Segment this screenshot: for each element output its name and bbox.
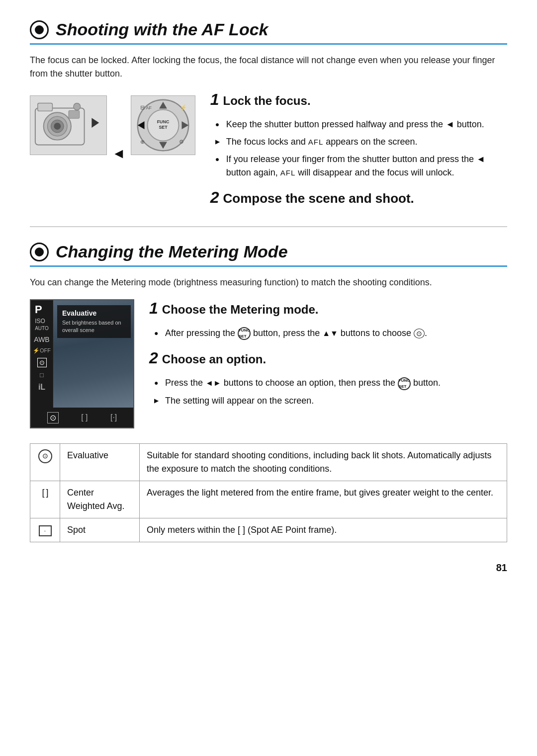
metering-steps: 1 Choose the Metering mode. After pressi…	[149, 299, 507, 428]
metering-bullet-1: After pressing the FUNCSET button, press…	[154, 327, 507, 340]
spot-name-cell: Spot	[60, 518, 140, 542]
evaluative-name-cell: Evaluative	[60, 444, 140, 481]
svg-marker-7	[91, 118, 99, 128]
evaluative-desc-cell: Suitable for standard shooting condition…	[140, 444, 507, 481]
screen-metering-icon: ⊙	[37, 358, 47, 367]
table-row: ⊙ Evaluative Suitable for standard shoot…	[30, 444, 507, 481]
camera-image-2: FUNC SET ⊟ ⚡ ⊕ ⚙ AF	[131, 95, 195, 155]
bullet-1: Keep the shutter button pressed halfway …	[215, 118, 507, 131]
metering-step2-bullets: Press the ◄► buttons to choose an option…	[149, 376, 507, 407]
screen-size-icon: iL	[38, 383, 45, 392]
metering-step1-num: 1	[149, 299, 158, 318]
svg-text:⊕: ⊕	[140, 139, 144, 145]
screen-bottom-bar: ⊙ [ ] [·]	[31, 408, 133, 427]
table-row: [ ] Center Weighted Avg. Averages the li…	[30, 481, 507, 518]
spot-icon-cell: ·	[30, 518, 60, 542]
metering-step2-heading: Choose an option.	[162, 352, 266, 366]
metering-section: Changing the Metering Mode You can chang…	[30, 242, 507, 542]
svg-rect-8	[69, 110, 80, 118]
center-desc-cell: Averages the light metered from the enti…	[140, 481, 507, 518]
svg-point-4	[54, 123, 61, 130]
screen-left-strip: ISOAUTO AWB ⚡OFF ⊙ □ iL	[31, 300, 53, 408]
screen-flash-icon: ⚡OFF	[33, 347, 51, 354]
af-lock-icon	[30, 20, 49, 39]
metering-title: Changing the Metering Mode	[56, 242, 288, 261]
af-lock-title: Shooting with the AF Lock	[56, 20, 268, 39]
svg-text:FUNC: FUNC	[157, 119, 169, 124]
evaluative-icon-cell: ⊙	[30, 444, 60, 481]
section-divider	[30, 226, 507, 227]
screen-evaluative-desc: Set brightness based on overall scene	[62, 319, 126, 334]
screen-overlay-popup: Evaluative Set brightness based on overa…	[57, 305, 131, 338]
screen-bottom-evaluative: ⊙	[47, 412, 59, 423]
svg-text:⊟: ⊟	[140, 104, 144, 110]
spot-desc-cell: Only meters within the [ ] (Spot AE Poin…	[140, 518, 507, 542]
metering-content: P ISOAUTO AWB ⚡OFF ⊙ □ iL Evaluative Set…	[30, 299, 507, 428]
svg-rect-5	[38, 103, 53, 111]
af-lock-images: ◄ FUNC SET	[30, 95, 195, 211]
screen-mockup: P ISOAUTO AWB ⚡OFF ⊙ □ iL Evaluative Set…	[30, 299, 134, 428]
arrow-between-cameras: ◄	[111, 146, 127, 162]
step2-num: 2	[210, 188, 219, 207]
step1-bullets: Keep the shutter button pressed halfway …	[210, 118, 507, 179]
metering-bullet-3: The setting will appear on the screen.	[154, 394, 507, 408]
func-btn-icon: FUNCSET	[238, 327, 251, 340]
camera-image-1	[30, 95, 107, 155]
metering-step1-bullets: After pressing the FUNCSET button, press…	[149, 327, 507, 340]
metering-intro: You can change the Metering mode (bright…	[30, 276, 507, 289]
metering-step2-num: 2	[149, 349, 158, 367]
screen-bottom-spot: [·]	[110, 413, 117, 422]
metering-bullet-2: Press the ◄► buttons to choose an option…	[154, 376, 507, 390]
screen-bottom-center: [ ]	[81, 413, 88, 422]
table-row: · Spot Only meters within the [ ] (Spot …	[30, 518, 507, 542]
step1-num: 1	[210, 90, 219, 109]
bullet-2: The focus locks and AFL appears on the s…	[215, 135, 507, 149]
svg-text:⚙: ⚙	[179, 139, 184, 145]
af-lock-intro: The focus can be locked. After locking t…	[30, 54, 507, 81]
center-name-cell: Center Weighted Avg.	[60, 481, 140, 518]
screen-iso-icon: ISOAUTO	[35, 318, 49, 332]
screen-af-icon: □	[40, 371, 44, 379]
svg-point-6	[74, 103, 81, 110]
svg-text:AF: AF	[146, 105, 152, 110]
bullet-3: If you release your finger from the shut…	[215, 153, 507, 179]
center-weighted-icon: [ ]	[42, 488, 48, 498]
metering-screen-area: P ISOAUTO AWB ⚡OFF ⊙ □ iL Evaluative Set…	[30, 299, 134, 428]
step1-heading: Lock the focus.	[223, 94, 311, 108]
metering-header: Changing the Metering Mode	[30, 242, 507, 267]
screen-evaluative-label: Evaluative	[62, 309, 126, 317]
svg-text:SET: SET	[159, 125, 168, 130]
af-lock-steps: 1 Lock the focus. Keep the shutter butto…	[210, 90, 507, 211]
af-lock-section: Shooting with the AF Lock The focus can …	[30, 20, 507, 211]
screen-p-label: P	[35, 303, 42, 316]
af-lock-header: Shooting with the AF Lock	[30, 20, 507, 45]
metering-step1-heading: Choose the Metering mode.	[162, 303, 319, 317]
svg-text:⚡: ⚡	[180, 104, 187, 111]
af-lock-content: ◄ FUNC SET	[30, 90, 507, 211]
func-dial-svg: FUNC SET ⊟ ⚡ ⊕ ⚙ AF	[131, 95, 195, 155]
step2-heading: Compose the scene and shoot.	[223, 191, 414, 206]
metering-table: ⊙ Evaluative Suitable for standard shoot…	[30, 443, 507, 542]
spot-icon: ·	[39, 525, 52, 536]
evaluative-icon: ⊙	[38, 449, 52, 463]
func-btn-icon-2: FUNCSET	[398, 377, 411, 390]
metering-icon	[30, 243, 49, 261]
metering-mode-icon: ⊙	[414, 329, 425, 338]
camera-svg-1	[30, 95, 106, 155]
page-number: 81	[30, 562, 507, 574]
screen-wb-icon: AWB	[34, 336, 49, 343]
center-icon-cell: [ ]	[30, 481, 60, 518]
